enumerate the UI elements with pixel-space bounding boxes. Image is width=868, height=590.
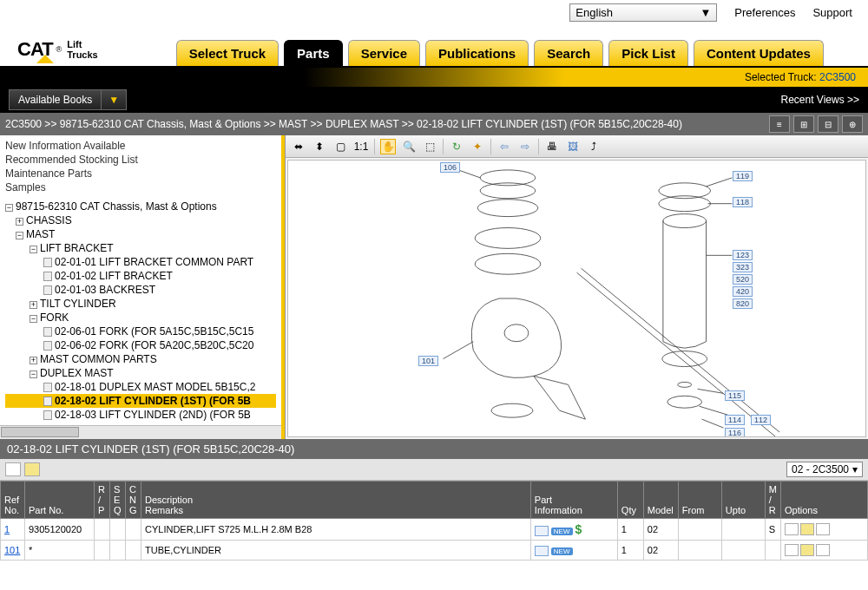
pan-hand-icon[interactable]: ✋ [380, 139, 396, 154]
print-icon[interactable]: 🖶 [544, 139, 560, 154]
tree-dp1[interactable]: 02-18-01 DUPLEX MAST MODEL 5B15C,2 [5, 380, 276, 394]
callout-520[interactable]: 520 [733, 274, 753, 285]
th-from[interactable]: From [678, 482, 721, 519]
recent-views-link[interactable]: Recent Views >> [781, 94, 860, 106]
callout-123[interactable]: 123 [733, 250, 753, 260]
brand-logo: CAT ® LiftTrucks [17, 38, 98, 61]
view-grid-icon[interactable]: ⊟ [818, 115, 838, 133]
callout-114[interactable]: 114 [725, 415, 745, 425]
th-pi[interactable]: Part Information [530, 482, 617, 519]
tree-lift-bracket[interactable]: −LIFT BRACKET [5, 241, 276, 255]
th-seq[interactable]: S E Q [110, 482, 126, 519]
tree-chassis[interactable]: +CHASSIS [5, 213, 276, 227]
table-row[interactable]: 19305120020CYLINDER,LIFT S725 M.L.H 2.8M… [1, 519, 868, 541]
tree-mcp[interactable]: +MAST COMMON PARTS [5, 352, 276, 366]
part-info-icon[interactable] [535, 546, 549, 556]
breadcrumb[interactable]: 2C3500 >> 98715-62310 CAT Chassis, Mast … [5, 118, 682, 130]
tree-lb3[interactable]: 02-01-03 BACKREST [5, 283, 276, 297]
language-select[interactable]: English ▼ [569, 3, 717, 22]
tree-hscroll[interactable] [0, 425, 281, 439]
tab-pick-list[interactable]: Pick List [608, 40, 688, 66]
th-qty[interactable]: Qty [617, 482, 643, 519]
th-ref[interactable]: Ref No. [1, 482, 25, 519]
diagram-canvas[interactable]: 106 101 119 118 123 323 520 420 820 115 … [287, 160, 866, 437]
calendar-icon[interactable] [816, 544, 830, 556]
tab-parts[interactable]: Parts [284, 40, 343, 66]
actual-size-icon[interactable]: 1:1 [353, 139, 369, 154]
model-filter-select[interactable]: 02 - 2C3500▾ [786, 462, 863, 477]
tab-service[interactable]: Service [348, 40, 420, 66]
view-split-icon[interactable]: ⊞ [793, 115, 814, 133]
zoom-area-icon[interactable]: ⬚ [422, 139, 437, 154]
filter-comment-icon[interactable] [5, 462, 21, 476]
callout-115[interactable]: 115 [725, 390, 745, 401]
zoom-in-icon[interactable]: 🔍 [401, 139, 417, 154]
comment-icon[interactable] [785, 523, 799, 535]
callout-119[interactable]: 119 [733, 171, 753, 181]
th-upto[interactable]: Upto [721, 482, 765, 519]
callout-118[interactable]: 118 [733, 197, 753, 207]
tab-select-truck[interactable]: Select Truck [176, 40, 279, 66]
ref-link[interactable]: 101 [4, 545, 20, 555]
th-cng[interactable]: C N G [126, 482, 141, 519]
view-add-icon[interactable]: ⊕ [842, 115, 863, 133]
tree-fk2[interactable]: 02-06-02 FORK (FOR 5A20C,5B20C,5C20 [5, 338, 276, 352]
ref-link[interactable]: 1 [4, 524, 10, 534]
part-info-icon[interactable] [535, 526, 549, 536]
selected-truck-value[interactable]: 2C3500 [819, 71, 856, 83]
callout-101[interactable]: 101 [418, 356, 438, 366]
refresh-icon[interactable]: ↻ [449, 139, 464, 154]
tab-search[interactable]: Search [534, 40, 603, 66]
filter-highlight-icon[interactable] [24, 462, 40, 476]
tree-dp2[interactable]: 02-18-02 LIFT CYLINDER (1ST) (FOR 5B [5, 394, 276, 408]
prev-icon[interactable]: ⇦ [496, 139, 512, 154]
callout-820[interactable]: 820 [733, 298, 753, 309]
tree-mast[interactable]: −MAST [5, 227, 276, 241]
tab-content-updates[interactable]: Content Updates [694, 40, 824, 66]
th-opt[interactable]: Options [781, 482, 868, 519]
callout-106[interactable]: 106 [440, 162, 460, 173]
svg-line-20 [698, 389, 724, 393]
fit-width-icon[interactable]: ⬌ [291, 139, 306, 154]
support-link[interactable]: Support [812, 6, 852, 19]
calendar-icon[interactable] [816, 523, 830, 535]
link-maintenance[interactable]: Maintenance Parts [5, 167, 276, 180]
fit-height-icon[interactable]: ⬍ [312, 139, 327, 154]
tree-root[interactable]: −98715-62310 CAT Chassis, Mast & Options [5, 200, 276, 213]
th-mr[interactable]: M / R [765, 482, 780, 519]
tree-lb1[interactable]: 02-01-01 LIFT BRACKET COMMON PART [5, 255, 276, 269]
callout-116[interactable]: 116 [725, 428, 745, 437]
export-icon[interactable]: ⤴ [586, 139, 602, 154]
next-icon[interactable]: ⇨ [517, 139, 533, 154]
tree-dp3[interactable]: 02-18-03 LIFT CYLINDER (2ND) (FOR 5B [5, 408, 276, 422]
table-row[interactable]: 101*TUBE,CYLINDERNEW102 [1, 541, 868, 560]
callout-323[interactable]: 323 [733, 262, 753, 272]
th-rp[interactable]: R / P [95, 482, 110, 519]
tree-fk1[interactable]: 02-06-01 FORK (FOR 5A15C,5B15C,5C15 [5, 324, 276, 338]
tree-fork[interactable]: −FORK [5, 311, 276, 324]
highlight-icon[interactable] [800, 523, 814, 535]
preferences-link[interactable]: Preferences [734, 6, 795, 19]
link-samples[interactable]: Samples [5, 180, 276, 194]
th-part[interactable]: Part No. [25, 482, 95, 519]
comment-icon[interactable] [785, 544, 799, 556]
cell-partno: * [25, 541, 95, 560]
callout-420[interactable]: 420 [733, 286, 753, 297]
fit-page-icon[interactable]: ▢ [332, 139, 348, 154]
tree-lb2[interactable]: 02-01-02 LIFT BRACKET [5, 269, 276, 283]
callout-112[interactable]: 112 [751, 415, 771, 425]
th-model[interactable]: Model [643, 482, 678, 519]
part-title: 02-18-02 LIFT CYLINDER (1ST) (FOR 5B15C,… [0, 439, 868, 459]
price-icon[interactable]: $ [575, 522, 582, 536]
link-new-info[interactable]: New Information Available [5, 139, 276, 153]
tab-publications[interactable]: Publications [425, 40, 529, 66]
info-icon[interactable]: ✦ [470, 139, 485, 154]
tree-tilt[interactable]: +TILT CYLINDER [5, 297, 276, 311]
link-stocking-list[interactable]: Recommended Stocking List [5, 153, 276, 167]
view-list-icon[interactable]: ≡ [769, 115, 790, 133]
th-desc[interactable]: Description Remarks [141, 482, 531, 519]
highlight-icon[interactable] [800, 544, 814, 556]
tree-duplex[interactable]: −DUPLEX MAST [5, 366, 276, 380]
image-icon[interactable]: 🖼 [565, 139, 581, 154]
available-books-button[interactable]: Available Books▼ [9, 89, 127, 110]
